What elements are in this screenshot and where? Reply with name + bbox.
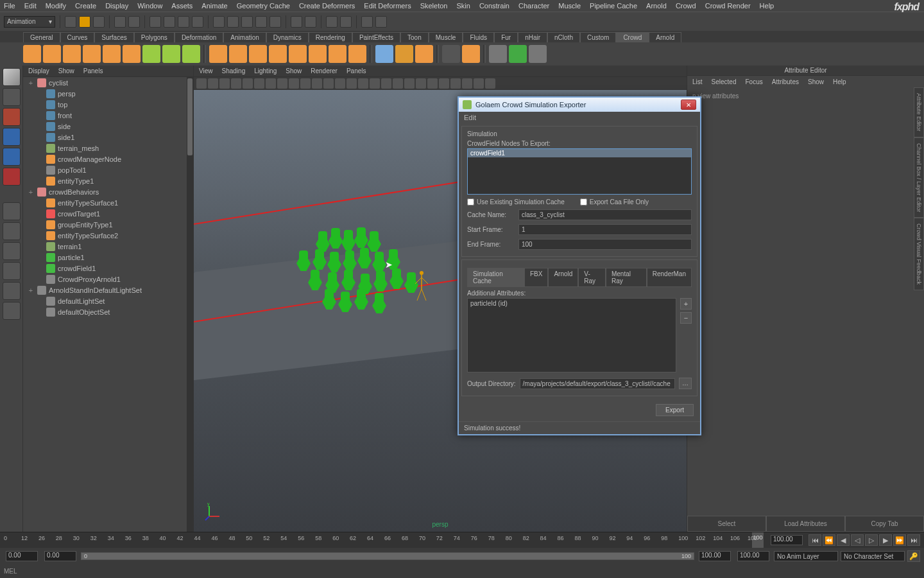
vp-menu-shading[interactable]: Shading (222, 67, 246, 74)
outliner-item[interactable]: entityType1 (23, 175, 187, 186)
attr-list-item[interactable]: particleId (id) (470, 300, 673, 307)
command-line[interactable]: MEL (0, 565, 924, 577)
side-tab-crowd[interactable]: Crowd Visual Feedback (914, 218, 924, 290)
shelf-agent-5-icon[interactable] (289, 45, 307, 63)
tab-renderman[interactable]: RenderMan (647, 268, 692, 286)
remove-attr-button[interactable]: − (680, 312, 692, 324)
vp-tool-icon[interactable] (243, 78, 253, 89)
outliner-item[interactable]: defaultLightSet (23, 295, 187, 306)
layout-outliner-icon[interactable] (3, 262, 21, 280)
menu-muscle[interactable]: Muscle (558, 2, 581, 10)
outliner-menu-panels[interactable]: Panels (83, 67, 103, 74)
shelf-tab-dynamics[interactable]: Dynamics (266, 32, 309, 42)
attr-select-button[interactable]: Select (687, 516, 766, 532)
open-scene-icon[interactable] (79, 16, 90, 28)
shelf-crowd-1-icon[interactable] (23, 45, 41, 63)
end-frame-input[interactable]: 100 (518, 239, 692, 250)
vp-tool-icon[interactable] (439, 78, 449, 89)
attr-editor-menu[interactable]: List Selected Focus Attributes Show Help (687, 76, 924, 87)
vp-menu-lighting[interactable]: Lighting (254, 67, 277, 74)
layout-four-icon[interactable] (3, 222, 21, 240)
vp-tool-icon[interactable] (289, 78, 299, 89)
add-attr-button[interactable]: + (680, 298, 692, 310)
scale-tool[interactable] (3, 168, 21, 186)
cache-name-input[interactable]: class_3_cyclist (518, 209, 692, 220)
hypershade-icon[interactable] (375, 16, 387, 28)
vp-tool-icon[interactable] (254, 78, 264, 89)
menu-animate[interactable]: Animate (201, 2, 227, 10)
time-slider[interactable]: 100 012262830323436384042444648505254565… (0, 532, 924, 548)
dialog-menu-edit[interactable]: Edit (459, 112, 700, 123)
step-back-key-button[interactable]: ⏪ (823, 534, 835, 546)
outliner-item[interactable]: side (23, 121, 187, 132)
render-settings-icon[interactable] (361, 16, 373, 28)
play-back-button[interactable]: ◁ (851, 534, 864, 546)
go-end-button[interactable]: ⏭ (907, 534, 920, 546)
shelf-tab-nhair[interactable]: nHair (518, 32, 547, 42)
tab-mentalray[interactable]: Mental Ray (606, 268, 647, 286)
lasso-tool[interactable] (3, 88, 21, 106)
move-tool[interactable] (3, 128, 21, 146)
history-icon[interactable] (291, 16, 302, 28)
nodes-listbox[interactable]: crowdField1 (467, 148, 692, 195)
shelf-export-1-icon[interactable] (489, 45, 507, 63)
menu-constrain[interactable]: Constrain (479, 2, 509, 10)
snap4-icon[interactable] (255, 16, 267, 28)
select-icon[interactable] (150, 16, 161, 28)
vp-tool-icon[interactable] (404, 78, 415, 89)
range-slider[interactable]: 0100 (81, 552, 694, 560)
outliner-item[interactable]: crowdTarget1 (23, 208, 187, 219)
vp-tool-icon[interactable] (462, 78, 472, 89)
step-fwd-key-button[interactable]: ⏩ (893, 534, 906, 546)
outliner-item[interactable]: CrowdProxyArnold1 (23, 274, 187, 285)
menu-createdeformers[interactable]: Create Deformers (299, 2, 355, 10)
step-back-button[interactable]: ◀ (837, 534, 850, 546)
shelf-tools-1-icon[interactable] (375, 45, 393, 63)
shelf-export-3-icon[interactable] (529, 45, 547, 63)
outliner-item[interactable]: defaultObjectSet (23, 306, 187, 317)
shelf-crowd-3-icon[interactable] (63, 45, 81, 63)
caa-only-checkbox[interactable]: Export Caa File Only (580, 198, 649, 206)
shelf-tab-curves[interactable]: Curves (60, 32, 95, 42)
construction-icon[interactable] (305, 16, 316, 28)
vp-menu-panels[interactable]: Panels (346, 67, 366, 74)
menu-display[interactable]: Display (105, 2, 128, 10)
tab-arnold[interactable]: Arnold (548, 268, 578, 286)
shelf-tab-general[interactable]: General (23, 32, 60, 42)
renderer-tabs[interactable]: Simulation Cache FBX Arnold V-Ray Mental… (467, 268, 692, 287)
vp-tool-icon[interactable] (335, 78, 345, 89)
outliner-item[interactable]: entityTypeSurface1 (23, 197, 187, 208)
outliner-item[interactable]: crowdField1 (23, 263, 187, 274)
outliner-menu-display[interactable]: Display (28, 67, 49, 74)
outliner-item[interactable]: terrain1 (23, 241, 187, 252)
shelf-tab-polygons[interactable]: Polygons (134, 32, 175, 42)
outliner-menu[interactable]: Display Show Panels (23, 66, 193, 77)
rotate-tool[interactable] (3, 148, 21, 166)
vp-tool-icon[interactable] (208, 78, 218, 89)
outliner-item[interactable]: entityTypeSurface2 (23, 230, 187, 241)
outliner-item[interactable]: +crowdBehaviors (23, 186, 187, 197)
character-set-dropdown[interactable]: No Character Set (841, 551, 905, 561)
attr-copytab-button[interactable]: Copy Tab (845, 516, 924, 532)
play-end-field[interactable]: 100.00 (699, 551, 731, 561)
browse-button[interactable]: … (679, 378, 692, 389)
shelf-tab-fluids[interactable]: Fluids (463, 32, 494, 42)
tab-vray[interactable]: V-Ray (578, 268, 606, 286)
menu-character[interactable]: Character (518, 2, 549, 10)
outliner-item[interactable]: +ArnoldStandInDefaultLightSet (23, 285, 187, 295)
redo-icon[interactable] (128, 16, 140, 28)
vp-tool-icon[interactable] (370, 78, 380, 89)
menu-pipelinecache[interactable]: Pipeline Cache (590, 2, 637, 10)
snap5-icon[interactable] (270, 16, 281, 28)
vp-tool-icon[interactable] (323, 78, 334, 89)
attr-menu-focus[interactable]: Focus (745, 78, 762, 85)
snap1-icon[interactable] (213, 16, 225, 28)
vp-tool-icon[interactable] (231, 78, 241, 89)
shelf-export-2-icon[interactable] (509, 45, 527, 63)
outliner-item[interactable]: particle1 (23, 252, 187, 263)
vp-tool-icon[interactable] (277, 78, 287, 89)
menu-help[interactable]: Help (760, 2, 774, 10)
ipr-icon[interactable] (340, 16, 352, 28)
anim-layer-dropdown[interactable]: No Anim Layer (774, 551, 838, 561)
vp-tool-icon[interactable] (427, 78, 438, 89)
